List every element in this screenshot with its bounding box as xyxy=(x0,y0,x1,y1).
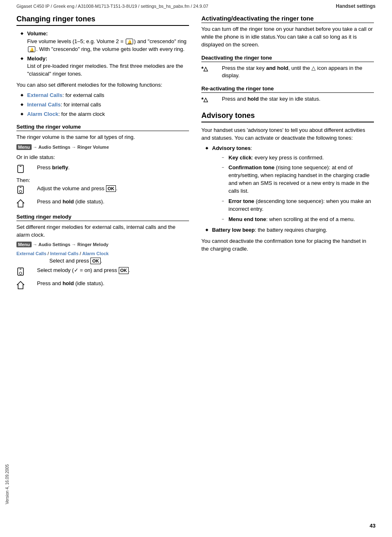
external-calls-link: External Calls xyxy=(27,92,62,98)
adjust-volume-text: Adjust the volume and press OK. xyxy=(37,185,189,193)
ringer-melody-text: Set different ringer melodies for extern… xyxy=(16,224,189,239)
audio-settings-volume: Audio Settings xyxy=(38,145,70,150)
key-click-label: Key click xyxy=(228,154,251,161)
press-briefly-text: Press briefly. xyxy=(37,164,189,172)
page-number: 43 xyxy=(370,523,376,529)
select-melody-text: Select melody (✓ = on) and press OK. xyxy=(37,267,189,274)
melody-text: List of pre-loaded ringer melodies. The … xyxy=(27,63,183,77)
confirmation-tone-item: Confirmation tone (rising tone sequence)… xyxy=(222,164,374,195)
right-column: Activating/deactivating the ringer tone … xyxy=(201,15,374,293)
handset-settings-label: Handset settings xyxy=(336,3,376,9)
ok-box-1: OK xyxy=(106,185,116,192)
menu-end-tone-item: Menu end tone: when scrolling at the end… xyxy=(222,216,374,224)
breadcrumb: Gigaset C450 IP / Greek eng / A31008-M17… xyxy=(16,4,208,9)
battery-low-label: Battery low beep xyxy=(212,227,255,233)
ringer-volume-text: The ringer volume is the same for all ty… xyxy=(16,134,189,141)
subsection-title-volume: Setting the ringer volume xyxy=(16,124,189,131)
internal-calls-melody-link: Internal Calls xyxy=(50,251,78,256)
alarm-clock-item: Alarm Clock: for the alarm clock xyxy=(21,111,189,118)
battery-low-item: Battery low beep: the battery requires c… xyxy=(205,226,374,234)
volume-item: Volume: Five volume levels (1–5; e.g. Vo… xyxy=(21,30,189,53)
volume-label: Volume: xyxy=(27,30,48,37)
internal-calls-link: Internal Calls xyxy=(27,101,61,108)
select-press-line: Select and press OK. xyxy=(16,258,189,264)
phone-icon-melody xyxy=(16,267,37,277)
house-icon-2 xyxy=(16,280,37,290)
arrow1-melody: → xyxy=(33,242,39,247)
colored-bullets-list: External Calls: for external calls Inter… xyxy=(16,92,189,118)
advisory-tones-title: Advisory tones xyxy=(201,111,374,122)
ringer-melody-label: Ringer Melody xyxy=(77,242,108,247)
vertical-text: Version 4, 16.09.2005 xyxy=(5,464,9,504)
phone-icon-adjust xyxy=(16,185,37,195)
key-click-text: : every key press is confirmed. xyxy=(251,154,324,161)
activating-text: You can turn off the ringer tone on your… xyxy=(201,25,374,49)
arrow1-volume: → xyxy=(33,145,39,150)
deactivating-title: Deactivating the ringer tone xyxy=(201,55,374,62)
arrow2-melody: → xyxy=(71,242,77,247)
star-key-reactivate: *△ xyxy=(201,95,222,103)
page-header: Gigaset C450 IP / Greek eng / A31008-M17… xyxy=(0,0,392,11)
external-calls-line: External Calls / Internal Calls / Alarm … xyxy=(16,251,189,256)
confirmation-tone-label: Confirmation tone xyxy=(228,164,274,171)
error-tone-item: Error tone (descending tone sequence): w… xyxy=(222,198,374,213)
content-area: Changing ringer tones Volume: Five volum… xyxy=(0,11,392,301)
house-icon-1 xyxy=(16,198,37,208)
alarm-clock-melody-link: Alarm Clock xyxy=(82,251,108,256)
alarm-clock-text: : for the alarm clock xyxy=(58,111,105,117)
key-click-item: Key click: every key press is confirmed. xyxy=(222,154,374,162)
section-title-ringer: Changing ringer tones xyxy=(16,15,189,26)
menu-path-volume: Menu → Audio Settings → Ringer Volume xyxy=(16,144,189,151)
press-hold-melody-text: Press and hold (idle status). xyxy=(37,280,189,288)
left-column: Changing ringer tones Volume: Five volum… xyxy=(16,15,189,293)
advisory-footer: You cannot deactivate the confirmation t… xyxy=(201,237,374,253)
reactivating-instruction: *△ Press and hold the star key in idle s… xyxy=(201,95,374,103)
reactivating-title: Re-activating the ringer tone xyxy=(201,85,374,93)
deactivating-instruction: *△ Press the star key and hold, until th… xyxy=(201,65,374,80)
audio-settings-melody: Audio Settings xyxy=(38,242,70,247)
external-calls-melody-link: External Calls xyxy=(16,251,46,256)
instruction-adjust-volume: Adjust the volume and press OK. xyxy=(16,185,189,195)
also-set-text: You can also set different melodies for … xyxy=(16,81,189,89)
melody-label: Melody: xyxy=(27,55,47,62)
instruction-press-hold-volume: Press and hold (idle status). xyxy=(16,198,189,208)
internal-calls-text: : for internal calls xyxy=(61,101,101,108)
instruction-select-melody: Select melody (✓ = on) and press OK. xyxy=(16,267,189,277)
error-tone-label: Error tone xyxy=(228,198,254,204)
svg-marker-5 xyxy=(17,200,24,207)
reactivating-text: Press and hold the star key in idle stat… xyxy=(222,95,374,103)
menu-label-melody: Menu xyxy=(16,242,32,247)
advisory-tones-list: Advisory tones: Key click: every key pre… xyxy=(201,145,374,234)
ringer-icon-2: 🔔 xyxy=(28,46,35,52)
or-idle-volume: Or in idle status: xyxy=(16,154,189,161)
menu-path-melody: Menu → Audio Settings → Ringer Melody xyxy=(16,241,189,249)
internal-calls-item: Internal Calls: for internal calls xyxy=(21,101,189,109)
alarm-clock-link: Alarm Clock xyxy=(27,111,58,117)
menu-label-volume: Menu xyxy=(16,144,32,150)
battery-low-text: : the battery requires charging. xyxy=(255,227,327,233)
volume-melody-list: Volume: Five volume levels (1–5; e.g. Vo… xyxy=(16,30,189,78)
menu-end-tone-label: Menu end tone xyxy=(228,216,266,222)
instruction-press-hold-melody: Press and hold (idle status). xyxy=(16,280,189,290)
arrow2-volume: → xyxy=(71,145,77,150)
press-hold-volume-text: Press and hold (idle status). xyxy=(37,198,189,206)
then-label: Then: xyxy=(16,177,189,183)
ok-box-2: OK xyxy=(90,258,101,264)
advisory-tones-colon: : xyxy=(251,145,252,151)
external-calls-text: : for external calls xyxy=(62,92,104,98)
instruction-press-briefly: Press briefly. xyxy=(16,164,189,174)
deactivating-text: Press the star key and hold, until the △… xyxy=(222,65,374,80)
melody-item: Melody: List of pre-loaded ringer melodi… xyxy=(21,55,189,78)
advisory-tones-label: Advisory tones xyxy=(212,145,251,151)
advisory-intro: Your handset uses 'advisory tones' to te… xyxy=(201,127,374,142)
ringer-volume-label: Ringer Volume xyxy=(77,145,109,150)
advisory-sub-list: Key click: every key press is confirmed.… xyxy=(212,154,374,224)
phone-icon-briefly xyxy=(16,164,37,174)
page-wrapper: Gigaset C450 IP / Greek eng / A31008-M17… xyxy=(0,0,392,537)
star-key-deactivate: *△ xyxy=(201,65,222,72)
menu-end-tone-text: : when scrolling at the end of a menu. xyxy=(266,216,355,222)
ringer-icon-1: 🔔 xyxy=(126,39,133,44)
activating-title: Activating/deactivating the ringer tone xyxy=(201,15,374,23)
advisory-tones-item: Advisory tones: Key click: every key pre… xyxy=(205,145,374,224)
svg-marker-9 xyxy=(17,281,24,289)
